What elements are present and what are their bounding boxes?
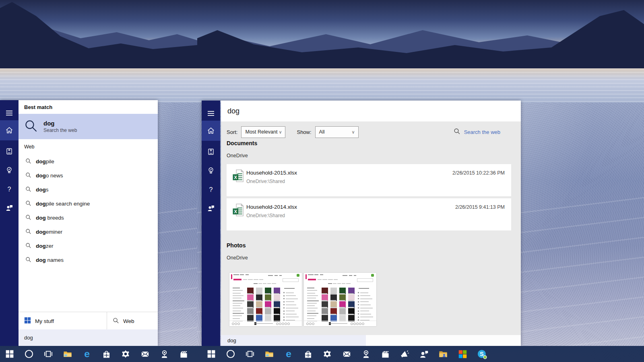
web-suggestion[interactable]: dogpile xyxy=(19,154,158,169)
edge-taskbar-button[interactable]: e xyxy=(77,346,97,362)
microsoft-logo-taskbar-button[interactable] xyxy=(453,346,472,362)
start-taskbar-button[interactable] xyxy=(0,346,19,362)
cortana-sidebar: ? xyxy=(202,101,220,346)
home-icon xyxy=(5,126,13,134)
cortana-taskbar-button[interactable] xyxy=(19,346,39,362)
excel-file-icon: X xyxy=(232,169,244,184)
file-explorer-taskbar-button[interactable] xyxy=(260,346,279,362)
movies-tv-taskbar-button[interactable] xyxy=(174,346,193,362)
sidebar-item-feedback[interactable] xyxy=(202,199,220,218)
show-value: All xyxy=(316,129,352,135)
mountains xyxy=(0,0,197,68)
suggestion-query: dog xyxy=(36,173,46,179)
results-body: Sort: Most Relevant ∨ Show: All ∨ Search… xyxy=(221,121,521,335)
sidebar-item-home[interactable] xyxy=(0,120,19,140)
search-the-web-link[interactable]: Search the web xyxy=(450,128,500,136)
web-suggestion[interactable]: dogs xyxy=(19,183,158,197)
cortana-sidebar: ? xyxy=(0,100,19,346)
store-taskbar-button[interactable] xyxy=(298,346,318,362)
cortana-taskbar-button[interactable] xyxy=(221,346,240,362)
file-result-card[interactable]: XHousehold-2014.xlsxOneDrive:\Shared2/26… xyxy=(227,198,511,230)
mail-icon xyxy=(342,350,351,359)
start-taskbar-button[interactable] xyxy=(202,346,221,362)
sidebar-item-help[interactable]: ? xyxy=(0,179,19,198)
sidebar-item-reminders[interactable] xyxy=(202,161,220,180)
suggestion-query: dog xyxy=(36,215,46,221)
edge-taskbar-button[interactable]: e xyxy=(279,346,298,362)
documents-folder-taskbar-button[interactable] xyxy=(433,346,453,362)
search-box[interactable]: dog xyxy=(19,329,158,346)
microsoft-logo-icon xyxy=(458,350,467,359)
suggestion-query: dog xyxy=(36,187,46,193)
best-match-result[interactable]: dog Search the web xyxy=(19,114,158,139)
people-taskbar-button[interactable] xyxy=(414,346,433,362)
sidebar-item-menu[interactable] xyxy=(0,103,19,122)
store-taskbar-button[interactable] xyxy=(97,346,116,362)
photo-thumbnails xyxy=(229,273,376,326)
web-suggestion[interactable]: dogpile search engine xyxy=(19,197,158,211)
lightbulb-icon xyxy=(5,166,13,174)
suggestion-completion: s xyxy=(46,187,49,193)
suggestion-completion: eminer xyxy=(46,229,62,235)
sidebar-item-home[interactable] xyxy=(202,121,220,141)
suggestion-query: dog xyxy=(36,243,46,249)
web-suggestion[interactable]: dog breeds xyxy=(19,211,158,225)
file-modified-time: 2/26/2015 10:22:36 PM xyxy=(452,170,505,176)
mail-taskbar-button[interactable] xyxy=(135,346,155,362)
sort-dropdown[interactable]: Most Relevant ∨ xyxy=(241,126,285,138)
sidebar-item-reminders[interactable] xyxy=(0,160,19,179)
sidebar-item-notebook[interactable] xyxy=(0,142,19,160)
task-view-taskbar-button[interactable] xyxy=(240,346,260,362)
web-suggestion[interactable]: dog names xyxy=(19,253,158,267)
suggestion-completion: breeds xyxy=(46,215,64,221)
search-icon xyxy=(107,317,123,325)
maps-taskbar-button[interactable] xyxy=(356,346,376,362)
skype-taskbar-button[interactable]: S xyxy=(472,346,491,362)
suggestion-completion: pile xyxy=(46,158,54,165)
settings-taskbar-button[interactable] xyxy=(116,346,135,362)
taskbar-left-group: e xyxy=(0,346,193,362)
web-scope-button[interactable]: Web xyxy=(107,312,158,330)
mountains xyxy=(197,0,644,68)
cortana-panel-left: ? Best match dog Search the web Web dogp… xyxy=(0,100,158,346)
movies-tv-taskbar-button[interactable] xyxy=(376,346,395,362)
sidebar-item-help[interactable]: ? xyxy=(202,180,220,199)
web-suggestion[interactable]: dogo news xyxy=(19,169,158,183)
web-suggestion[interactable]: dogzer xyxy=(19,239,158,253)
search-icon xyxy=(19,186,36,193)
excel-file-icon: X xyxy=(232,204,244,218)
suggestion-query: dog xyxy=(36,201,46,207)
search-box[interactable]: dog xyxy=(221,335,366,346)
documents-section-header: Documents xyxy=(227,140,257,146)
sidebar-item-feedback[interactable] xyxy=(0,198,19,217)
web-scope-label: Web xyxy=(123,318,134,324)
people-icon xyxy=(419,350,429,359)
sidebar-item-notebook[interactable] xyxy=(202,142,220,161)
file-name: Household-2015.xlsx xyxy=(246,170,297,176)
web-suggestion[interactable]: dogeminer xyxy=(19,225,158,239)
show-dropdown[interactable]: All ∨ xyxy=(315,126,359,138)
feedback-hub-taskbar-button[interactable] xyxy=(395,346,414,362)
settings-icon xyxy=(322,349,332,359)
task-view-icon xyxy=(43,349,53,359)
suggestion-completion: names xyxy=(46,257,64,263)
photo-thumbnail-2[interactable] xyxy=(304,273,376,326)
my-stuff-button[interactable]: My stuff xyxy=(19,312,107,330)
file-explorer-taskbar-button[interactable] xyxy=(58,346,77,362)
file-path: OneDrive:\Shared xyxy=(246,179,285,184)
bottom-bar: dog xyxy=(221,335,521,346)
search-icon xyxy=(19,257,36,264)
person-feedback-icon xyxy=(207,204,215,212)
maps-taskbar-button[interactable] xyxy=(155,346,174,362)
home-icon xyxy=(207,127,215,135)
photo-thumbnail-1[interactable] xyxy=(229,273,302,326)
task-view-taskbar-button[interactable] xyxy=(39,346,58,362)
photos-section-header: Photos xyxy=(227,242,246,249)
file-result-card[interactable]: XHousehold-2015.xlsxOneDrive:\Shared2/26… xyxy=(227,164,511,196)
sidebar-item-menu[interactable] xyxy=(202,104,220,123)
query-header: dog xyxy=(221,101,521,121)
settings-taskbar-button[interactable] xyxy=(318,346,337,362)
suggestion-completion: pile search engine xyxy=(46,201,90,207)
documents-group-label: OneDrive xyxy=(227,153,248,158)
mail-taskbar-button[interactable] xyxy=(337,346,356,362)
